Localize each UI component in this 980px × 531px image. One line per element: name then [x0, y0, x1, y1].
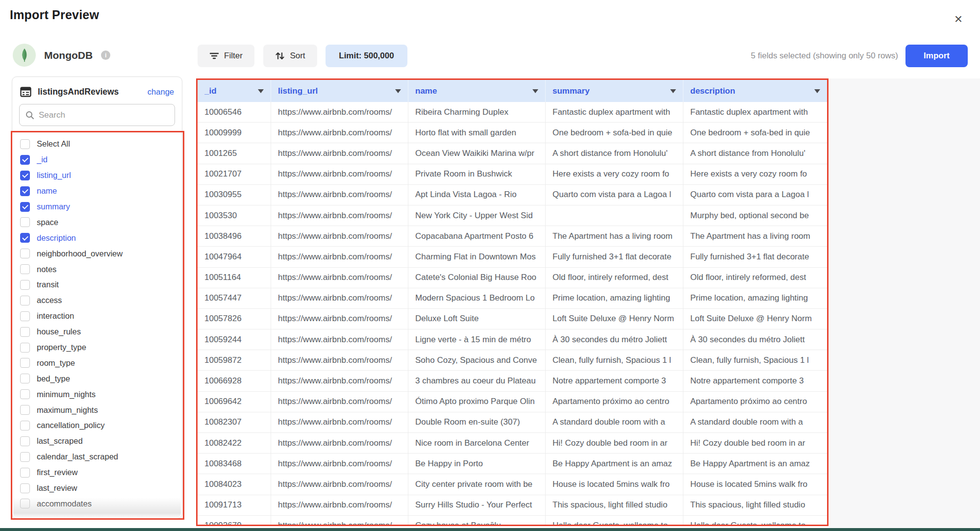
- column-dropdown-icon[interactable]: [258, 89, 264, 93]
- field-label: interaction: [37, 311, 74, 321]
- cell-summary: A standard double room with a: [546, 412, 683, 432]
- field-checkbox[interactable]: [20, 452, 30, 462]
- field-checkbox[interactable]: [20, 280, 30, 290]
- cell-listing-url: https://www.airbnb.com/rooms/: [271, 247, 408, 267]
- cell-listing-url: https://www.airbnb.com/rooms/: [271, 164, 408, 184]
- field-checkbox[interactable]: [20, 436, 30, 446]
- field-checkbox[interactable]: [20, 389, 30, 399]
- cell-id: 10021707: [198, 164, 271, 184]
- column-header[interactable]: description: [683, 80, 827, 102]
- column-header[interactable]: summary: [546, 80, 683, 102]
- field-checkbox-item: first_review: [12, 465, 182, 480]
- field-checkbox[interactable]: [20, 202, 30, 212]
- field-search[interactable]: [19, 104, 175, 126]
- cell-description: Clean, fully furnish, Spacious 1 l: [683, 350, 827, 370]
- cell-name: Be Happy in Porto: [408, 454, 546, 474]
- table-row: 10047964 https://www.airbnb.com/rooms/ C…: [198, 247, 827, 267]
- cell-listing-url: https://www.airbnb.com/rooms/: [271, 102, 408, 122]
- cell-summary: Loft Suite Deluxe @ Henry Norm: [546, 309, 683, 329]
- limit-button[interactable]: Limit: 500,000: [326, 45, 407, 67]
- column-header-label: listing_url: [278, 86, 392, 96]
- field-checkbox[interactable]: [20, 483, 30, 493]
- field-checkbox[interactable]: [20, 358, 30, 368]
- bottom-accent-bar: [0, 528, 980, 531]
- column-dropdown-icon[interactable]: [395, 89, 401, 93]
- cell-id: 10038496: [198, 226, 271, 246]
- field-checkbox[interactable]: [20, 186, 30, 196]
- cell-description: House is located 5mins walk fro: [683, 474, 827, 494]
- cell-description: Quarto com vista para a Lagoa l: [683, 185, 827, 205]
- cell-summary: Here exists a very cozy room fo: [546, 164, 683, 184]
- cell-name: Apt Linda Vista Lagoa - Rio: [408, 185, 546, 205]
- field-checkbox[interactable]: [20, 249, 30, 258]
- cell-summary: Be Happy Apartment is an amaz: [546, 454, 683, 474]
- column-header[interactable]: _id: [198, 80, 271, 102]
- field-checkbox[interactable]: [20, 155, 30, 165]
- field-checkbox[interactable]: [20, 327, 30, 337]
- cell-name: City center private room with be: [408, 474, 546, 494]
- cell-id: 10047964: [198, 247, 271, 267]
- field-checkbox[interactable]: [20, 264, 30, 274]
- field-checkbox[interactable]: [20, 296, 30, 305]
- field-checkbox[interactable]: [20, 233, 30, 243]
- field-checkbox[interactable]: [20, 139, 30, 149]
- table-row: 1003530 https://www.airbnb.com/rooms/ Ne…: [198, 205, 827, 226]
- cell-name: Modern Spacious 1 Bedroom Lo: [408, 288, 546, 308]
- sidebar-panel: listingsAndReviews change Select All _id…: [12, 76, 182, 519]
- field-checkbox[interactable]: [20, 468, 30, 478]
- sort-button[interactable]: Sort: [263, 45, 317, 67]
- table-row: 10057447 https://www.airbnb.com/rooms/ M…: [198, 288, 827, 309]
- cell-id: 10082422: [198, 433, 271, 453]
- cell-description: One bedroom + sofa-bed in quie: [683, 123, 827, 143]
- cell-name: Horto flat with small garden: [408, 123, 546, 143]
- cell-summary: A short distance from Honolulu': [546, 143, 683, 163]
- search-input[interactable]: [39, 110, 169, 120]
- table-row: 10069642 https://www.airbnb.com/rooms/ Ó…: [198, 392, 827, 412]
- table-row: 10059244 https://www.airbnb.com/rooms/ L…: [198, 329, 827, 350]
- cell-listing-url: https://www.airbnb.com/rooms/: [271, 123, 408, 143]
- field-checkbox[interactable]: [20, 499, 30, 508]
- column-header[interactable]: name: [408, 80, 546, 102]
- field-checkbox[interactable]: [20, 421, 30, 430]
- column-header[interactable]: listing_url: [271, 80, 408, 102]
- field-label: transit: [37, 280, 59, 289]
- column-dropdown-icon[interactable]: [670, 89, 676, 93]
- table-row: 10084023 https://www.airbnb.com/rooms/ C…: [198, 474, 827, 495]
- table-row: 1001265 https://www.airbnb.com/rooms/ Oc…: [198, 143, 827, 164]
- cell-id: 1003530: [198, 205, 271, 226]
- cell-listing-url: https://www.airbnb.com/rooms/: [271, 205, 408, 226]
- cell-description: Hi! Cozy double bed room in ar: [683, 433, 827, 453]
- table-row: 10066928 https://www.airbnb.com/rooms/ 3…: [198, 371, 827, 391]
- field-checkbox-item: accommodates: [12, 496, 182, 511]
- filter-button[interactable]: Filter: [198, 45, 254, 67]
- field-checkbox[interactable]: [20, 171, 30, 180]
- field-label: summary: [37, 202, 70, 211]
- field-checkbox-item: bed_type: [12, 371, 182, 386]
- field-checkbox[interactable]: [20, 217, 30, 227]
- cell-description: Murphy bed, optional second be: [683, 205, 827, 226]
- field-checkbox[interactable]: [20, 374, 30, 383]
- import-button[interactable]: Import: [905, 45, 968, 67]
- field-checkbox[interactable]: [20, 405, 30, 415]
- cell-listing-url: https://www.airbnb.com/rooms/: [271, 392, 408, 412]
- close-icon[interactable]: ×: [950, 11, 967, 27]
- info-icon[interactable]: i: [101, 51, 110, 60]
- field-label: description: [37, 233, 76, 243]
- field-checkbox-item: Select All: [12, 136, 182, 152]
- column-dropdown-icon[interactable]: [814, 89, 820, 93]
- cell-description: Apartamento próximo ao centro: [683, 392, 827, 412]
- cell-listing-url: https://www.airbnb.com/rooms/: [271, 309, 408, 329]
- selection-status: 5 fields selected (showing only 50 rows): [604, 51, 898, 61]
- cell-id: 10084023: [198, 474, 271, 494]
- change-collection-link[interactable]: change: [148, 87, 174, 97]
- field-label: minimum_nights: [37, 390, 96, 399]
- table-row: 10009999 https://www.airbnb.com/rooms/ H…: [198, 123, 827, 143]
- cell-name: Soho Cozy, Spacious and Conve: [408, 350, 546, 370]
- field-checkbox-item: cancellation_policy: [12, 418, 182, 433]
- column-dropdown-icon[interactable]: [532, 89, 538, 93]
- cell-name: Catete's Colonial Big Hause Roo: [408, 268, 546, 288]
- preview-table: _id listing_url name summary description…: [198, 80, 827, 525]
- field-checkbox[interactable]: [20, 311, 30, 321]
- field-checkbox[interactable]: [20, 343, 30, 353]
- field-label: last_scraped: [37, 436, 83, 446]
